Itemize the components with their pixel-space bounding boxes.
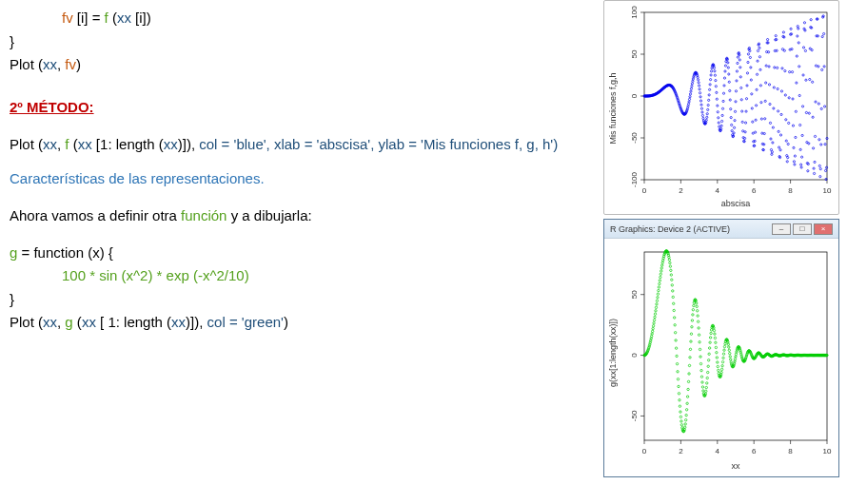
svg-point-220 xyxy=(734,120,736,122)
svg-point-139 xyxy=(697,76,699,78)
svg-point-457 xyxy=(650,335,652,337)
svg-point-207 xyxy=(728,73,730,75)
code-line: 100 * sin (x^2) * exp (-x^2/10) xyxy=(62,265,585,287)
svg-point-598 xyxy=(715,346,717,348)
svg-point-224 xyxy=(736,80,738,82)
svg-point-337 xyxy=(787,143,789,145)
svg-point-303 xyxy=(772,142,774,144)
svg-point-145 xyxy=(699,96,701,98)
svg-point-409 xyxy=(820,144,822,145)
svg-point-263 xyxy=(754,145,756,146)
code-line: Plot (xx, g (xx [ 1: length (xx)]), col … xyxy=(10,312,585,334)
svg-point-531 xyxy=(684,423,686,425)
svg-point-404 xyxy=(817,103,819,105)
svg-point-596 xyxy=(714,337,716,339)
svg-point-506 xyxy=(673,309,675,311)
close-button[interactable]: × xyxy=(814,223,833,235)
svg-point-474 xyxy=(659,282,660,284)
svg-point-213 xyxy=(731,124,733,126)
svg-point-158 xyxy=(705,119,707,121)
svg-point-580 xyxy=(707,371,709,373)
svg-point-159 xyxy=(706,116,708,118)
svg-point-405 xyxy=(818,139,820,141)
svg-point-360 xyxy=(798,42,799,44)
svg-point-349 xyxy=(793,146,795,148)
svg-point-481 xyxy=(661,262,663,263)
svg-point-366 xyxy=(800,166,802,168)
svg-point-226 xyxy=(737,62,739,64)
svg-point-458 xyxy=(651,333,653,335)
svg-point-351 xyxy=(794,164,796,165)
svg-point-578 xyxy=(706,382,708,384)
svg-point-396 xyxy=(814,135,816,137)
svg-point-245 xyxy=(745,110,747,112)
svg-point-305 xyxy=(773,107,775,109)
svg-point-411 xyxy=(821,68,823,70)
svg-point-601 xyxy=(717,361,719,363)
svg-point-264 xyxy=(754,140,756,142)
svg-point-613 xyxy=(721,360,723,362)
svg-point-460 xyxy=(652,327,654,329)
svg-point-417 xyxy=(824,106,826,107)
svg-point-576 xyxy=(705,390,707,392)
svg-point-265 xyxy=(755,131,757,133)
svg-point-387 xyxy=(810,19,812,21)
svg-point-401 xyxy=(817,18,818,20)
svg-point-627 xyxy=(728,349,730,351)
svg-text:0: 0 xyxy=(642,186,647,195)
svg-point-603 xyxy=(718,369,719,371)
svg-point-376 xyxy=(805,79,807,81)
svg-point-301 xyxy=(771,153,773,155)
svg-point-463 xyxy=(653,319,655,320)
svg-point-306 xyxy=(773,87,775,88)
svg-point-249 xyxy=(747,61,749,63)
svg-point-541 xyxy=(689,357,691,359)
svg-point-287 xyxy=(764,100,766,102)
svg-point-260 xyxy=(752,132,754,134)
svg-point-517 xyxy=(678,393,680,395)
svg-point-583 xyxy=(708,353,710,355)
svg-point-543 xyxy=(690,340,692,342)
window-buttons: – □ × xyxy=(772,223,833,235)
svg-point-570 xyxy=(702,390,704,392)
svg-point-560 xyxy=(698,327,699,329)
svg-point-302 xyxy=(771,151,773,153)
svg-point-246 xyxy=(745,98,747,100)
svg-point-296 xyxy=(768,84,770,86)
svg-point-144 xyxy=(699,92,700,94)
minimize-button[interactable]: – xyxy=(772,223,791,235)
svg-point-300 xyxy=(770,148,772,150)
svg-point-611 xyxy=(720,368,722,370)
svg-point-181 xyxy=(716,98,718,100)
svg-point-126 xyxy=(691,85,693,87)
svg-point-164 xyxy=(708,94,710,96)
svg-point-614 xyxy=(722,357,724,359)
svg-point-395 xyxy=(814,161,816,163)
svg-point-119 xyxy=(687,103,689,105)
svg-point-406 xyxy=(818,165,820,166)
svg-point-497 xyxy=(669,262,671,263)
svg-point-477 xyxy=(660,273,661,275)
svg-point-522 xyxy=(680,420,682,422)
svg-point-469 xyxy=(656,300,658,301)
svg-point-279 xyxy=(760,118,762,120)
maximize-button[interactable]: □ xyxy=(793,223,812,235)
svg-point-320 xyxy=(779,149,781,151)
svg-point-536 xyxy=(686,396,688,397)
svg-point-581 xyxy=(707,365,709,367)
chart-svg-2: g(xx[1:length(xx)]) -50050 0246810 xx xyxy=(604,239,838,476)
svg-point-195 xyxy=(722,100,724,102)
svg-point-520 xyxy=(680,411,681,413)
svg-point-177 xyxy=(714,74,716,76)
svg-point-192 xyxy=(721,120,723,122)
svg-point-236 xyxy=(741,110,743,112)
svg-point-475 xyxy=(659,280,660,281)
svg-point-504 xyxy=(672,296,674,298)
svg-point-168 xyxy=(710,74,712,76)
svg-point-191 xyxy=(720,125,722,126)
svg-point-569 xyxy=(701,386,703,388)
svg-point-288 xyxy=(765,82,767,84)
svg-point-594 xyxy=(713,329,715,331)
svg-point-350 xyxy=(793,161,795,163)
svg-text:10: 10 xyxy=(823,186,832,195)
